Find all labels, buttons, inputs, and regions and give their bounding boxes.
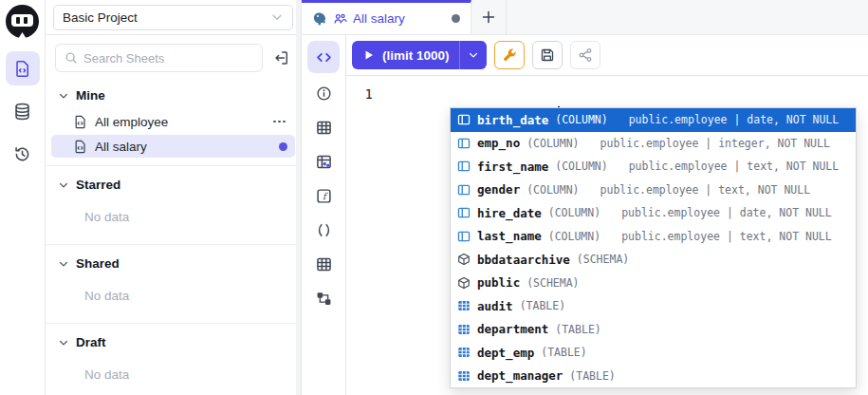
project-selector[interactable]: Basic Project xyxy=(53,5,293,30)
sheet-item-all-employee[interactable]: All employee xyxy=(51,110,295,133)
suggestion-row[interactable]: gender (COLUMN) public.employee | text, … xyxy=(451,179,856,202)
suggestion-detail: public.employee | integer, NOT NULL xyxy=(600,137,830,150)
code-panel-button[interactable] xyxy=(307,41,340,73)
sheet-grid-panel-button[interactable] xyxy=(307,248,340,280)
suggestion-kind: (TABLE) xyxy=(555,323,600,336)
suggestion-kind: (COLUMN) xyxy=(555,160,607,173)
format-sql-button[interactable] xyxy=(494,41,525,69)
suggestion-kind: (COLUMN) xyxy=(526,137,579,150)
sheet-item-label: All salary xyxy=(95,140,147,154)
collapse-panel-icon[interactable] xyxy=(270,47,291,68)
left-nav-rail xyxy=(0,0,46,395)
share-icon xyxy=(578,47,593,63)
section-label: Starred xyxy=(76,178,120,192)
more-icon[interactable] xyxy=(271,117,287,127)
suggestion-detail: public.employee | date, NOT NULL xyxy=(629,113,840,126)
suggestion-detail: public.employee | date, NOT NULL xyxy=(621,206,832,219)
save-sheet-button[interactable] xyxy=(532,41,563,69)
search-sheets-input[interactable] xyxy=(83,51,253,66)
table-data-panel-button[interactable] xyxy=(307,145,340,178)
sidebar-scrollbar[interactable] xyxy=(296,0,301,395)
run-query-button[interactable]: (limit 1000) xyxy=(352,41,487,69)
postgres-icon xyxy=(312,11,327,27)
column-icon xyxy=(457,160,471,173)
section-header-draft[interactable]: Draft xyxy=(46,324,301,356)
empty-state-text: No data xyxy=(46,277,301,316)
nav-database-button[interactable] xyxy=(6,94,40,128)
save-icon xyxy=(540,47,555,63)
table-icon xyxy=(316,120,332,136)
editor-side-rail: f xyxy=(302,35,346,395)
project-name: Basic Project xyxy=(63,10,270,25)
table-icon xyxy=(457,323,471,336)
nav-history-button[interactable] xyxy=(6,137,40,171)
tab-all-salary[interactable]: All salary xyxy=(302,0,471,34)
suggestion-detail: public.employee | text, NOT NULL xyxy=(629,160,840,173)
suggestion-detail: public.employee | text, NOT NULL xyxy=(600,183,811,197)
sheet-sidebar: Basic Project Mine xyxy=(46,0,302,395)
share-sheet-button[interactable] xyxy=(570,41,600,69)
suggestion-row[interactable]: audit (TABLE) xyxy=(451,294,856,318)
suggestion-name: last_name xyxy=(477,229,542,243)
tables-panel-button[interactable] xyxy=(307,111,340,143)
run-button-label: (limit 1000) xyxy=(382,48,450,63)
suggestion-row[interactable]: emp_no (COLUMN) public.employee | intege… xyxy=(451,132,856,156)
schema-diagram-icon xyxy=(316,291,332,307)
info-panel-button[interactable] xyxy=(307,77,340,109)
info-icon xyxy=(316,85,332,102)
table-icon xyxy=(457,299,471,312)
suggestion-row[interactable]: first_name (COLUMN) public.employee | te… xyxy=(451,155,856,179)
search-box xyxy=(55,44,263,72)
section-header-starred[interactable]: Starred xyxy=(46,166,301,198)
suggestion-row[interactable]: last_name (COLUMN) public.employee | tex… xyxy=(451,225,856,249)
suggestion-kind: (COLUMN) xyxy=(548,206,600,219)
project-row: Basic Project xyxy=(46,0,301,35)
suggestion-row[interactable]: public (SCHEMA) xyxy=(451,272,856,295)
nav-worksheet-button[interactable] xyxy=(6,51,40,85)
history-icon xyxy=(13,145,31,163)
suggestion-name: department xyxy=(477,322,548,336)
suggestion-name: bbdataarchive xyxy=(477,253,570,267)
suggestion-name: dept_manager xyxy=(477,368,563,383)
chevron-down-icon xyxy=(58,337,69,348)
worksheet-icon xyxy=(13,60,31,78)
suggestion-row[interactable]: dept_emp (TABLE) xyxy=(451,341,856,365)
chevron-down-icon xyxy=(58,179,69,191)
sheet-icon xyxy=(73,115,87,129)
new-tab-button[interactable] xyxy=(471,0,507,34)
section-label: Draft xyxy=(76,335,106,349)
suggestion-detail: public.employee | text, NOT NULL xyxy=(621,230,832,243)
chevron-down-icon xyxy=(58,258,69,270)
suggestion-kind: (COLUMN) xyxy=(548,230,600,243)
suggestion-row[interactable]: dept_manager (TABLE) xyxy=(451,365,856,388)
chevron-down-icon xyxy=(58,90,69,102)
unsaved-dot-icon xyxy=(279,142,287,151)
database-icon xyxy=(13,103,31,121)
suggestion-row[interactable]: birth_date (COLUMN) public.employee | da… xyxy=(451,108,856,132)
column-icon xyxy=(457,183,471,197)
sheet-item-label: All employee xyxy=(95,115,168,129)
suggestion-kind: (TABLE) xyxy=(569,369,615,383)
section-header-shared[interactable]: Shared xyxy=(46,245,301,277)
suggestion-row[interactable]: hire_date (COLUMN) public.employee | dat… xyxy=(451,201,856,225)
snippets-panel-button[interactable] xyxy=(307,214,340,246)
column-icon xyxy=(457,230,471,243)
search-row xyxy=(46,35,301,80)
suggestion-row[interactable]: department (TABLE) xyxy=(451,318,856,342)
bytebase-logo-icon[interactable] xyxy=(6,5,39,38)
section-header-mine[interactable]: Mine xyxy=(46,80,301,109)
section-label: Shared xyxy=(76,256,120,271)
suggestion-row[interactable]: bbdataarchive (SCHEMA) xyxy=(451,248,856,272)
sheet-item-all-salary[interactable]: All salary xyxy=(51,135,295,158)
suggestion-kind: (SCHEMA) xyxy=(577,253,629,266)
run-options-dropdown[interactable] xyxy=(459,41,487,69)
empty-state-text: No data xyxy=(46,198,301,237)
schema-diagram-button[interactable] xyxy=(307,282,340,314)
suggestion-kind: (SCHEMA) xyxy=(526,276,579,290)
functions-panel-button[interactable]: f xyxy=(307,179,340,212)
suggestion-kind: (TABLE) xyxy=(541,346,586,359)
suggestion-name: birth_date xyxy=(477,113,548,127)
suggestion-kind: (COLUMN) xyxy=(526,183,579,197)
suggestion-kind: (COLUMN) xyxy=(555,113,607,126)
search-icon xyxy=(65,51,78,65)
